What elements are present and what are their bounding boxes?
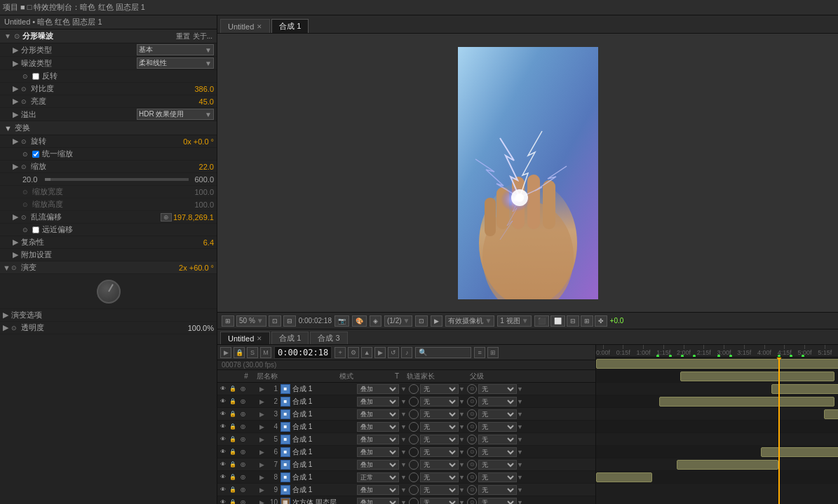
fractal-type-dropdown[interactable]: 基本▼ — [137, 44, 214, 55]
tl-play-btn[interactable]: ▶ — [374, 347, 386, 358]
layer-switch2[interactable]: ⊙ — [467, 498, 477, 505]
layer-icon-btn[interactable]: ◎ — [238, 423, 247, 431]
layer-expand-icon[interactable]: ▶ — [259, 411, 266, 418]
layer-parent-select[interactable]: 无 — [420, 435, 459, 444]
layer-icon-btn[interactable]: ◎ — [238, 435, 247, 444]
render-btn[interactable]: ⊡ — [415, 315, 428, 327]
tab-comp1[interactable]: 合成 1 — [271, 19, 309, 33]
evolution-value[interactable]: 2x +60.0 ° — [179, 264, 214, 272]
layer-mode-select[interactable]: 叠加 — [357, 397, 399, 407]
snap-btn[interactable]: ✤ — [595, 315, 607, 327]
camera-btn[interactable]: 📷 — [334, 315, 349, 327]
wire-btn[interactable]: ⊟ — [567, 315, 579, 327]
effect-panel[interactable]: ▼ ⊙ 分形噪波 重置 关于... ▶ 分形类型 基本▼ — [0, 29, 217, 504]
expand-icon[interactable]: ▶ — [13, 110, 21, 119]
timeline-tab-close[interactable]: ✕ — [257, 335, 262, 342]
layer-parent-select[interactable]: 无 — [420, 498, 459, 505]
layer-parent-select[interactable]: 无 — [420, 409, 459, 419]
layer-parent-select[interactable]: 无 — [420, 384, 459, 394]
layer-io-select[interactable]: 无 — [478, 498, 517, 505]
track-clip[interactable] — [824, 409, 838, 419]
layer-io-select[interactable]: 无 — [478, 447, 517, 457]
rotation-value[interactable]: 0x +0.0 ° — [183, 137, 214, 146]
layer-mode-select[interactable]: 叠加 — [357, 447, 399, 457]
layer-icon-btn[interactable]: ◎ — [238, 397, 247, 406]
layer-icon-btn[interactable]: 🔒 — [229, 423, 237, 431]
layer-parent-select[interactable]: 无 — [420, 472, 459, 482]
grid-btn[interactable]: ⊟ — [283, 315, 296, 327]
layer-expand-icon[interactable]: ▶ — [259, 486, 266, 493]
clock-icon[interactable]: ⊙ — [21, 98, 31, 105]
layer-expand-icon[interactable]: ▶ — [259, 474, 266, 481]
layer-parent-select[interactable]: 无 — [420, 447, 459, 457]
layer-icon-btn[interactable]: ◎ — [238, 486, 247, 494]
layer-switch2[interactable]: ⊙ — [467, 397, 477, 407]
layer-t-switch[interactable] — [409, 435, 419, 444]
turbulent-offset-value[interactable]: 197.8,269.1 — [173, 213, 214, 222]
layer-expand-icon[interactable]: ▶ — [259, 499, 266, 505]
layer-switch2[interactable]: ⊙ — [467, 384, 477, 394]
layer-icon-btn[interactable]: 🔒 — [229, 410, 237, 418]
layer-expand-icon[interactable]: ▶ — [259, 398, 266, 405]
timeline-tab-untitled[interactable]: Untitled ✕ — [220, 332, 270, 344]
tl-ctrl-preview[interactable]: ▶ — [220, 347, 231, 358]
layer-icon-btn[interactable]: 🔒 — [229, 397, 237, 406]
expand-icon[interactable]: ▶ — [13, 59, 21, 68]
reset-label[interactable]: 重置 — [176, 32, 190, 41]
perspective-checkbox[interactable] — [32, 226, 39, 233]
clock-icon[interactable]: ⊙ — [21, 214, 31, 221]
layer-icon-btn[interactable]: 👁 — [219, 498, 227, 505]
uniform-scale-checkbox[interactable] — [32, 151, 39, 158]
camera-dropdown[interactable]: 有效摄像机 ▼ — [445, 315, 494, 327]
layer-icon-btn[interactable]: 👁 — [219, 397, 227, 406]
layer-io-select[interactable]: 无 — [478, 384, 517, 394]
play-btn[interactable]: ▶ — [431, 315, 442, 327]
effect-expand-icon[interactable]: ▼ — [4, 32, 11, 40]
tl-render-btn[interactable]: ▲ — [361, 347, 372, 358]
layer-icon-btn[interactable]: 👁 — [219, 473, 227, 482]
layer-expand-icon[interactable]: ▶ — [259, 423, 266, 430]
clock-icon[interactable]: ⊙ — [21, 86, 31, 93]
layer-mode-select[interactable]: 叠加 — [357, 409, 399, 419]
tab-close-icon[interactable]: ✕ — [257, 23, 262, 30]
track-clip[interactable] — [677, 460, 778, 470]
layer-mode-select[interactable]: 叠加 — [357, 422, 399, 432]
layer-io-select[interactable]: 无 — [478, 485, 517, 495]
layer-t-switch[interactable] — [409, 472, 419, 482]
layer-io-select[interactable]: 无 — [478, 472, 517, 482]
layer-t-switch[interactable] — [409, 498, 419, 505]
layer-expand-icon[interactable]: ▶ — [259, 436, 266, 443]
expand-icon[interactable]: ▶ — [13, 162, 21, 171]
tl-mode1-btn[interactable]: ≡ — [474, 347, 485, 358]
layer-icon-btn[interactable]: ◎ — [238, 473, 247, 482]
layer-icon-btn[interactable]: 🔒 — [229, 385, 237, 393]
layer-switch2[interactable]: ⊙ — [467, 472, 477, 482]
views-dropdown[interactable]: 1 视图 ▼ — [497, 315, 531, 327]
layer-io-select[interactable]: 无 — [478, 460, 517, 470]
layer-mode-select[interactable]: 叠加 — [357, 384, 399, 394]
motion-btn[interactable]: ⊞ — [581, 315, 593, 327]
layer-icon-btn[interactable]: 👁 — [219, 486, 227, 494]
timecode-display[interactable]: 0:00:02:18 — [274, 346, 332, 359]
clock-icon[interactable]: ⊙ — [11, 325, 21, 332]
scale-track[interactable] — [45, 178, 189, 181]
layer-mode-select[interactable]: 叠加 — [357, 435, 399, 444]
track-clip[interactable] — [596, 359, 838, 369]
evolution-dial[interactable] — [97, 280, 121, 304]
track-clip[interactable] — [680, 372, 834, 381]
layer-icon-btn[interactable]: 🔒 — [229, 498, 237, 505]
track-clip[interactable] — [771, 384, 838, 394]
tab-untitled[interactable]: Untitled ✕ — [220, 19, 270, 33]
layer-icon-btn[interactable]: 🔒 — [229, 448, 237, 456]
layer-icon-btn[interactable]: 🔒 — [229, 461, 237, 469]
layer-icon-btn[interactable]: 🔒 — [229, 435, 237, 444]
layer-icon-btn[interactable]: ◎ — [238, 461, 247, 469]
layer-expand-icon[interactable]: ▶ — [259, 449, 266, 456]
clock-icon[interactable]: ⊙ — [21, 138, 31, 145]
scale-value[interactable]: 22.0 — [199, 163, 214, 171]
layer-t-switch[interactable] — [409, 409, 419, 419]
timeline-tab-comp3[interactable]: 合成 3 — [310, 332, 347, 344]
layer-icon-btn[interactable]: 👁 — [219, 423, 227, 431]
tl-ctrl-lock[interactable]: 🔒 — [234, 347, 245, 358]
tl-loop-btn[interactable]: ↺ — [388, 347, 399, 358]
